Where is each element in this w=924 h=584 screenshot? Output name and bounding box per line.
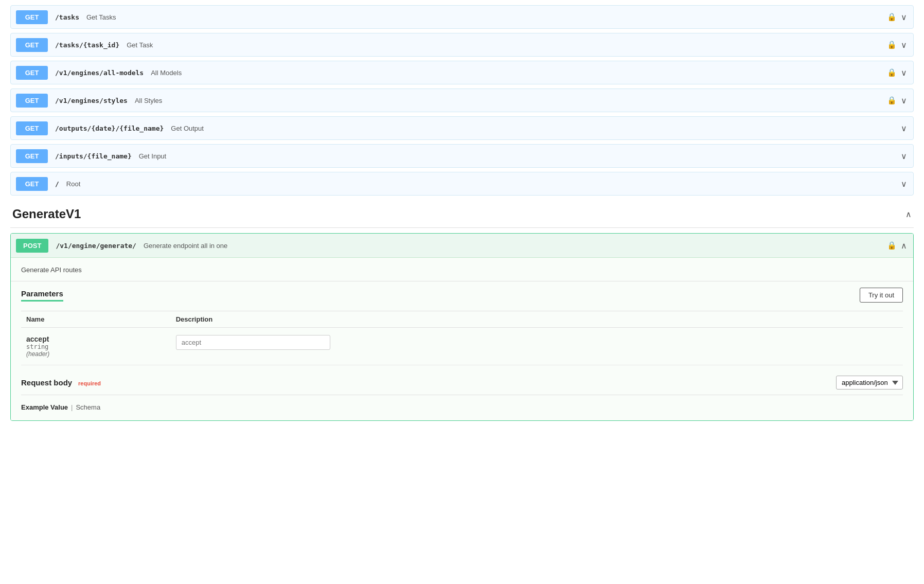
endpoint-summary-tasks: Get Tasks — [86, 13, 116, 21]
method-badge-output: GET — [16, 121, 48, 135]
method-badge-styles: GET — [16, 94, 48, 108]
section-title: GenerateV1 — [12, 207, 81, 221]
endpoint-path-styles: /v1/engines/styles — [55, 97, 128, 104]
parameters-section: Parameters Try it out Name Description a — [11, 281, 913, 365]
endpoint-right-task-id: 🔒 ∨ — [887, 40, 907, 50]
param-name-accept: accept — [26, 335, 49, 343]
endpoint-path-root: / — [55, 180, 59, 188]
chevron-icon-generate[interactable]: ∧ — [901, 241, 907, 251]
content-type-select[interactable]: application/json — [836, 376, 903, 390]
parameters-title: Parameters — [21, 289, 63, 302]
params-col-description: Description — [171, 311, 903, 328]
lock-icon-task-id: 🔒 — [887, 40, 897, 49]
request-body-title-group: Request body required — [21, 378, 101, 387]
lock-icon-generate: 🔒 — [887, 241, 897, 250]
try-it-out-button[interactable]: Try it out — [860, 288, 903, 303]
method-badge-all-models: GET — [16, 66, 48, 80]
endpoint-right-input: ∨ — [901, 151, 907, 161]
swagger-ui: GET /tasks Get Tasks 🔒 ∨ GET /tasks/{tas… — [0, 0, 924, 430]
endpoint-get-root[interactable]: GET / Root ∨ — [10, 172, 914, 196]
chevron-icon-root[interactable]: ∨ — [901, 179, 907, 189]
request-body-header: Request body required application/json — [21, 376, 903, 395]
parameters-header: Parameters Try it out — [21, 288, 903, 306]
endpoint-get-styles[interactable]: GET /v1/engines/styles All Styles 🔒 ∨ — [10, 89, 914, 112]
endpoint-get-all-models[interactable]: GET /v1/engines/all-models All Models 🔒 … — [10, 61, 914, 84]
endpoint-summary-input: Get Input — [139, 152, 166, 160]
request-body-title: Request body — [21, 378, 72, 387]
params-table: Name Description accept string (header) — [21, 311, 903, 365]
endpoint-path-tasks: /tasks — [55, 13, 79, 21]
endpoint-list: GET /tasks Get Tasks 🔒 ∨ GET /tasks/{tas… — [10, 5, 914, 196]
post-endpoint-generate: POST /v1/engine/generate/ Generate endpo… — [10, 233, 914, 421]
endpoint-get-input[interactable]: GET /inputs/{file_name} Get Input ∨ — [10, 144, 914, 168]
example-tab-divider: | — [71, 403, 73, 411]
param-input-accept[interactable] — [176, 335, 330, 350]
endpoint-summary-all-models: All Models — [151, 69, 182, 77]
endpoint-path-input: /inputs/{file_name} — [55, 152, 132, 160]
example-tab-value[interactable]: Example Value — [21, 401, 68, 413]
endpoint-path-all-models: /v1/engines/all-models — [55, 69, 144, 77]
endpoint-summary-output: Get Output — [171, 125, 204, 132]
section-generatev1[interactable]: GenerateV1 ∧ — [10, 200, 914, 228]
endpoint-path-output: /outputs/{date}/{file_name} — [55, 125, 164, 132]
endpoint-right-tasks: 🔒 ∨ — [887, 12, 907, 22]
example-tab-schema[interactable]: Schema — [76, 401, 100, 413]
params-col-name: Name — [21, 311, 171, 328]
endpoint-get-tasks[interactable]: GET /tasks Get Tasks 🔒 ∨ — [10, 5, 914, 29]
param-description-cell — [171, 328, 903, 365]
chevron-icon-task-id[interactable]: ∨ — [901, 40, 907, 50]
endpoint-right-output: ∨ — [901, 123, 907, 133]
endpoint-path-generate: /v1/engine/generate/ — [56, 242, 136, 250]
endpoint-summary-styles: All Styles — [135, 97, 162, 104]
param-row-accept: accept string (header) — [21, 328, 903, 365]
method-badge-get-task-id: GET — [16, 38, 48, 52]
endpoint-summary-task-id: Get Task — [127, 41, 153, 49]
endpoint-get-task-id[interactable]: GET /tasks/{task_id} Get Task 🔒 ∨ — [10, 33, 914, 57]
endpoint-right-generate: 🔒 ∧ — [887, 241, 907, 251]
chevron-icon-styles[interactable]: ∨ — [901, 96, 907, 105]
lock-icon-tasks: 🔒 — [887, 12, 897, 22]
lock-icon-styles: 🔒 — [887, 96, 897, 105]
example-section: Example Value | Schema — [11, 395, 913, 420]
chevron-icon-tasks[interactable]: ∨ — [901, 12, 907, 22]
chevron-icon-output[interactable]: ∨ — [901, 123, 907, 133]
endpoint-summary-generate: Generate endpoint all in one — [144, 242, 227, 250]
method-badge-get-tasks: GET — [16, 10, 48, 24]
method-badge-root: GET — [16, 177, 48, 191]
section-chevron-up[interactable]: ∧ — [905, 209, 912, 219]
post-endpoint-header[interactable]: POST /v1/engine/generate/ Generate endpo… — [11, 234, 913, 257]
api-description: Generate API routes — [11, 258, 913, 281]
request-body-section: Request body required application/json — [11, 368, 913, 395]
method-badge-input: GET — [16, 149, 48, 163]
post-endpoint-body: Generate API routes Parameters Try it ou… — [11, 257, 913, 420]
param-type-accept: string — [26, 343, 166, 350]
chevron-icon-input[interactable]: ∨ — [901, 151, 907, 161]
endpoint-path-task-id: /tasks/{task_id} — [55, 41, 119, 49]
method-badge-post-generate: POST — [16, 239, 48, 253]
required-badge: required — [78, 380, 101, 386]
chevron-icon-all-models[interactable]: ∨ — [901, 68, 907, 78]
endpoint-right-root: ∨ — [901, 179, 907, 189]
param-name-cell: accept string (header) — [21, 328, 171, 365]
endpoint-summary-root: Root — [66, 180, 80, 188]
example-tabs: Example Value | Schema — [21, 401, 903, 413]
endpoint-right-styles: 🔒 ∨ — [887, 96, 907, 105]
lock-icon-all-models: 🔒 — [887, 68, 897, 77]
endpoint-right-all-models: 🔒 ∨ — [887, 68, 907, 78]
param-location-accept: (header) — [26, 350, 166, 358]
endpoint-get-output[interactable]: GET /outputs/{date}/{file_name} Get Outp… — [10, 116, 914, 140]
